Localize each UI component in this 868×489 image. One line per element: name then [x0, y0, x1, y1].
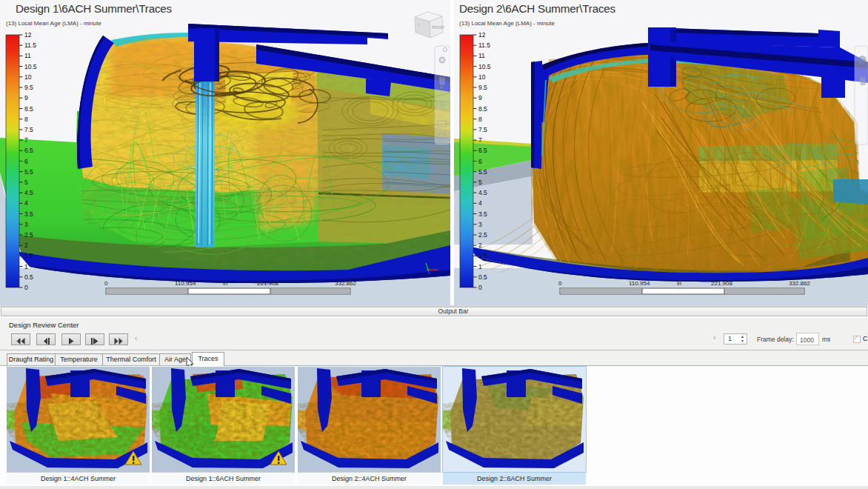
svg-text:0.5: 0.5 — [24, 273, 33, 281]
svg-text:9.5: 9.5 — [24, 84, 33, 91]
svg-text:5: 5 — [24, 179, 28, 186]
svg-text:8: 8 — [478, 116, 482, 123]
svg-text:3: 3 — [24, 221, 28, 228]
svg-text:3.5: 3.5 — [478, 210, 487, 218]
svg-text:110.954: 110.954 — [629, 280, 650, 287]
svg-text:7.5: 7.5 — [24, 126, 33, 133]
svg-text:FRONT: FRONT — [432, 25, 444, 30]
svg-text:7: 7 — [24, 136, 28, 144]
svg-text:2: 2 — [24, 242, 28, 249]
svg-text:10.5: 10.5 — [24, 63, 37, 70]
svg-text:8: 8 — [24, 116, 28, 123]
svg-text:1.5: 1.5 — [24, 252, 33, 259]
svg-text:2.5: 2.5 — [478, 231, 487, 239]
svg-text:9.5: 9.5 — [478, 84, 487, 91]
svg-text:0.5: 0.5 — [478, 273, 487, 281]
svg-text:0: 0 — [104, 280, 108, 287]
svg-text:6.5: 6.5 — [478, 147, 487, 154]
svg-text:9: 9 — [24, 94, 28, 102]
svg-text:4: 4 — [24, 199, 28, 207]
svg-text:11: 11 — [478, 52, 485, 59]
svg-text:1: 1 — [478, 263, 482, 270]
svg-text:in: in — [223, 280, 227, 287]
svg-text:12: 12 — [24, 31, 32, 39]
svg-text:1.5: 1.5 — [478, 252, 487, 259]
svg-text:2: 2 — [478, 242, 482, 249]
svg-text:4: 4 — [478, 199, 482, 207]
svg-text:10: 10 — [478, 73, 486, 81]
svg-text:10.5: 10.5 — [478, 63, 491, 70]
svg-text:4.5: 4.5 — [478, 189, 487, 196]
svg-text:0: 0 — [478, 284, 482, 291]
svg-text:221.908: 221.908 — [711, 280, 732, 287]
svg-text:11.5: 11.5 — [24, 41, 36, 49]
svg-text:10: 10 — [24, 73, 32, 81]
svg-text:6: 6 — [478, 158, 482, 165]
svg-text:8.5: 8.5 — [478, 105, 487, 113]
svg-text:7: 7 — [478, 136, 482, 144]
svg-text:110.954: 110.954 — [175, 280, 196, 287]
svg-text:11.5: 11.5 — [478, 41, 490, 49]
svg-text:332.862: 332.862 — [335, 280, 356, 287]
svg-text:5.5: 5.5 — [24, 168, 33, 176]
svg-text:6.5: 6.5 — [24, 147, 33, 154]
svg-text:332.862: 332.862 — [789, 280, 810, 287]
svg-text:T: T — [418, 24, 420, 27]
svg-text:8.5: 8.5 — [24, 105, 33, 113]
svg-text:1: 1 — [24, 263, 28, 270]
svg-text:221.908: 221.908 — [257, 280, 278, 287]
svg-text:0: 0 — [24, 284, 28, 291]
svg-text:6: 6 — [24, 158, 28, 165]
svg-text:3.5: 3.5 — [24, 210, 33, 218]
svg-text:7.5: 7.5 — [478, 126, 487, 133]
svg-text:3: 3 — [478, 221, 482, 228]
svg-text:2.5: 2.5 — [24, 231, 33, 239]
svg-text:11: 11 — [24, 52, 31, 59]
svg-text:4.5: 4.5 — [24, 189, 33, 196]
svg-text:0: 0 — [558, 280, 562, 287]
svg-text:9: 9 — [478, 94, 482, 102]
svg-text:in: in — [677, 280, 681, 287]
svg-text:5.5: 5.5 — [478, 168, 487, 176]
svg-text:12: 12 — [478, 31, 486, 39]
svg-text:5: 5 — [478, 179, 482, 186]
